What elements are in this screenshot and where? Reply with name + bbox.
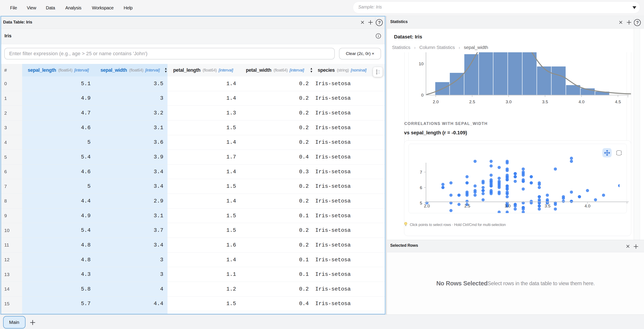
svg-text:5: 5 [420, 201, 422, 205]
svg-text:10: 10 [419, 61, 424, 66]
svg-text:4.0: 4.0 [578, 99, 584, 104]
svg-text:2.5: 2.5 [469, 99, 475, 104]
svg-text:3.0: 3.0 [505, 204, 510, 208]
svg-text:?: ? [636, 20, 639, 25]
svg-text:?: ? [378, 20, 381, 25]
svg-text:6: 6 [420, 185, 422, 190]
svg-text:2.5: 2.5 [464, 204, 470, 208]
svg-text:4.0: 4.0 [584, 204, 590, 208]
svg-text:7: 7 [420, 170, 422, 175]
svg-text:3.5: 3.5 [542, 99, 548, 104]
svg-text:0: 0 [421, 93, 424, 97]
svg-text:3.5: 3.5 [544, 204, 550, 208]
svg-text:2.0: 2.0 [433, 99, 438, 104]
svg-text:4.5: 4.5 [615, 99, 621, 104]
svg-text:2.0: 2.0 [424, 204, 430, 208]
svg-text:3.0: 3.0 [506, 99, 512, 104]
